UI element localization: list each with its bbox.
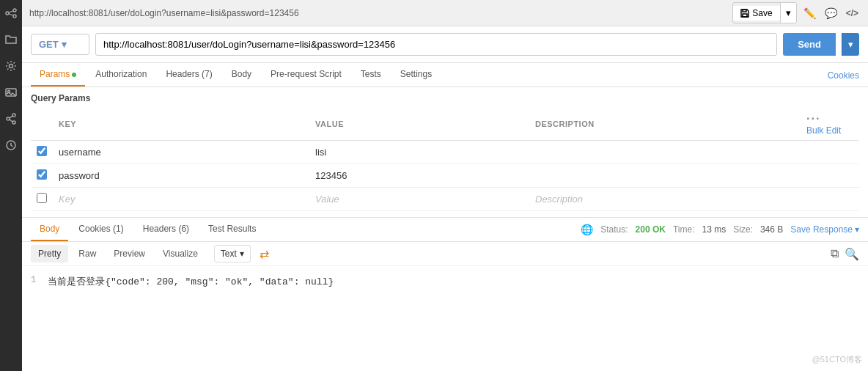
svg-rect-15 bbox=[743, 10, 746, 12]
sidebar-icon-history[interactable] bbox=[4, 138, 18, 153]
placeholder-value[interactable]: Value bbox=[309, 188, 529, 211]
params-section: Query Params KEY VALUE DESCRIPTION ··· B… bbox=[22, 87, 868, 217]
format-tab-pretty[interactable]: Pretty bbox=[31, 245, 68, 262]
request-bar: GET ▾ Send ▾ bbox=[22, 26, 868, 63]
method-value: GET bbox=[39, 39, 59, 50]
format-tab-visualize[interactable]: Visualize bbox=[155, 245, 205, 262]
tab-tests[interactable]: Tests bbox=[352, 63, 390, 87]
row1-key[interactable]: username bbox=[53, 141, 309, 164]
row1-checkbox[interactable] bbox=[37, 146, 47, 156]
row2-key[interactable]: password bbox=[53, 164, 309, 188]
col-header-description: DESCRIPTION bbox=[529, 108, 801, 141]
cookies-link[interactable]: Cookies bbox=[828, 70, 859, 81]
save-dropdown-button[interactable]: ▾ bbox=[780, 3, 796, 23]
save-label: Save bbox=[752, 8, 772, 18]
svg-line-4 bbox=[9, 14, 13, 15]
comment-icon-button[interactable]: 💬 bbox=[823, 5, 839, 21]
table-row: username lisi bbox=[31, 141, 859, 164]
format-raw-label: Raw bbox=[78, 249, 96, 259]
save-response-button[interactable]: Save Response ▾ bbox=[790, 224, 859, 235]
response-line-1: 1 当前是否登录{"code": 200, "msg": "ok", "data… bbox=[31, 275, 859, 288]
table-row: password 123456 bbox=[31, 164, 859, 188]
response-tab-cookies-label: Cookies (1) bbox=[78, 224, 123, 234]
row1-value[interactable]: lisi bbox=[309, 141, 529, 164]
method-select[interactable]: GET ▾ bbox=[31, 34, 89, 55]
tab-body-label: Body bbox=[232, 69, 251, 79]
row1-description[interactable] bbox=[529, 141, 801, 164]
svg-line-12 bbox=[10, 120, 12, 122]
svg-point-10 bbox=[12, 121, 15, 124]
response-tab-headers-label: Headers (6) bbox=[143, 224, 189, 234]
watermark: @51CTO博客 bbox=[812, 354, 862, 365]
sidebar-icon-share[interactable] bbox=[4, 111, 18, 126]
format-tab-preview[interactable]: Preview bbox=[106, 245, 152, 262]
svg-point-1 bbox=[13, 9, 16, 12]
response-meta: 🌐 Status: 200 OK Time: 13 ms Size: 346 B… bbox=[581, 224, 859, 235]
size-value: 346 B bbox=[760, 224, 783, 235]
code-icon-button[interactable]: </> bbox=[844, 6, 861, 21]
svg-point-9 bbox=[7, 117, 10, 120]
tab-headers-label: Headers (7) bbox=[166, 69, 212, 79]
response-section: Body Cookies (1) Headers (6) Test Result… bbox=[22, 217, 868, 371]
row2-value[interactable]: 123456 bbox=[309, 164, 529, 188]
row2-actions bbox=[801, 164, 859, 188]
placeholder-key[interactable]: Key bbox=[53, 188, 309, 211]
row1-checkbox-cell bbox=[31, 141, 53, 164]
tab-params-label: Params bbox=[40, 69, 70, 79]
placeholder-checkbox[interactable] bbox=[37, 193, 47, 203]
tab-tests-label: Tests bbox=[361, 69, 381, 79]
sidebar-icon-settings[interactable] bbox=[4, 59, 18, 73]
params-table: KEY VALUE DESCRIPTION ··· Bulk Edit user… bbox=[31, 108, 859, 211]
sidebar-icon-network[interactable] bbox=[4, 6, 18, 21]
tab-params[interactable]: Params bbox=[31, 63, 85, 87]
method-dropdown-icon: ▾ bbox=[62, 39, 67, 50]
response-tab-headers[interactable]: Headers (6) bbox=[134, 218, 198, 241]
save-button[interactable]: Save bbox=[733, 6, 779, 21]
sidebar-icon-folder[interactable] bbox=[4, 32, 18, 47]
tab-authorization-label: Authorization bbox=[95, 69, 147, 79]
query-params-title: Query Params bbox=[31, 93, 859, 103]
response-tab-body[interactable]: Body bbox=[31, 218, 68, 241]
search-response-icon[interactable]: 🔍 bbox=[845, 247, 859, 261]
tab-prerequest[interactable]: Pre-request Script bbox=[262, 63, 350, 87]
status-label: Status: bbox=[600, 224, 628, 235]
row2-checkbox-cell bbox=[31, 164, 53, 188]
svg-point-0 bbox=[6, 12, 9, 15]
response-tab-test-results-label: Test Results bbox=[208, 224, 256, 234]
topbar: http://localhost:8081/user/doLogin?usern… bbox=[22, 0, 868, 26]
time-label: Time: bbox=[673, 224, 695, 235]
wrap-icon[interactable]: ⇄ bbox=[260, 247, 269, 261]
size-label: Size: bbox=[733, 224, 753, 235]
globe-icon: 🌐 bbox=[581, 224, 593, 235]
text-format-select[interactable]: Text ▾ bbox=[214, 245, 251, 262]
tab-body[interactable]: Body bbox=[223, 63, 260, 87]
copy-icon[interactable]: ⧉ bbox=[831, 247, 839, 261]
send-dropdown-button[interactable]: ▾ bbox=[842, 33, 859, 56]
text-format-label: Text bbox=[221, 249, 237, 259]
topbar-actions: Save ▾ ✏️ 💬 </> bbox=[732, 2, 861, 23]
sidebar bbox=[0, 0, 22, 371]
response-tab-cookies[interactable]: Cookies (1) bbox=[70, 218, 132, 241]
edit-icon-button[interactable]: ✏️ bbox=[801, 5, 818, 21]
svg-line-3 bbox=[9, 11, 13, 12]
response-tab-test-results[interactable]: Test Results bbox=[199, 218, 265, 241]
placeholder-actions bbox=[801, 188, 859, 211]
bulk-edit-button[interactable]: Bulk Edit bbox=[806, 125, 841, 136]
sidebar-icon-image[interactable] bbox=[4, 85, 18, 100]
svg-point-5 bbox=[10, 65, 13, 68]
tab-headers[interactable]: Headers (7) bbox=[157, 63, 221, 87]
col-header-value: VALUE bbox=[309, 108, 529, 141]
tab-authorization[interactable]: Authorization bbox=[87, 63, 155, 87]
save-response-dropdown-icon: ▾ bbox=[855, 224, 859, 235]
send-button[interactable]: Send bbox=[783, 33, 836, 56]
tab-settings[interactable]: Settings bbox=[391, 63, 441, 87]
placeholder-description[interactable]: Description bbox=[529, 188, 801, 211]
more-options-icon[interactable]: ··· bbox=[806, 112, 820, 125]
row2-checkbox[interactable] bbox=[37, 169, 47, 180]
main-content: http://localhost:8081/user/doLogin?usern… bbox=[22, 0, 868, 371]
row2-description[interactable] bbox=[529, 164, 801, 188]
response-body: 1 当前是否登录{"code": 200, "msg": "ok", "data… bbox=[22, 266, 868, 371]
format-tab-raw[interactable]: Raw bbox=[71, 245, 103, 262]
url-input[interactable] bbox=[95, 33, 777, 56]
svg-rect-14 bbox=[743, 14, 747, 17]
